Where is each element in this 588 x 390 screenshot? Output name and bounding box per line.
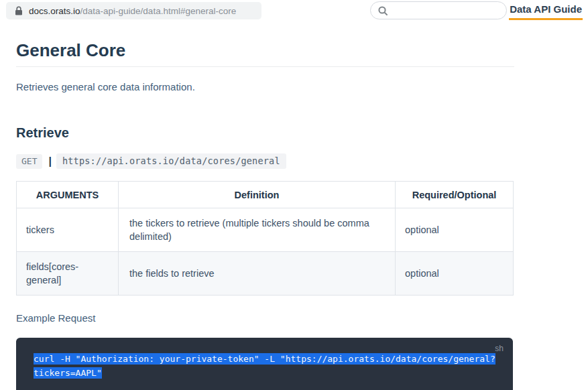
nav-link-data-api-guide[interactable]: Data API Guide bbox=[509, 3, 583, 20]
column-header-required-optional: Required/Optional bbox=[396, 182, 514, 208]
selected-code-line-2: tickers=AAPL" bbox=[34, 367, 102, 379]
cell-definition: the fields to retrieve bbox=[119, 252, 396, 296]
table-row: tickers the tickers to retrieve (multipl… bbox=[17, 208, 514, 252]
cell-definition: the tickers to retrieve (multiple ticker… bbox=[119, 208, 396, 252]
main-content: General Core Retrieves general core data… bbox=[16, 40, 513, 390]
url-path: /data-api-guide/data.html#general-core bbox=[80, 6, 237, 16]
example-request-label: Example Request bbox=[16, 312, 513, 324]
cell-argument: tickers bbox=[17, 208, 119, 252]
column-header-definition: Definition bbox=[119, 182, 396, 208]
page-title: General Core bbox=[16, 40, 513, 60]
cell-required: optional bbox=[396, 208, 514, 252]
lock-icon bbox=[15, 6, 23, 15]
title-divider bbox=[16, 66, 514, 67]
column-header-arguments: ARGUMENTS bbox=[17, 182, 119, 208]
code-content[interactable]: curl -H "Authorization: your-private-tok… bbox=[34, 352, 502, 380]
search-icon bbox=[377, 5, 388, 16]
arguments-table: ARGUMENTS Definition Required/Optional t… bbox=[16, 181, 514, 296]
section-title-retrieve: Retrieve bbox=[16, 125, 513, 141]
address-bar[interactable]: docs.orats.io/data-api-guide/data.html#g… bbox=[6, 2, 261, 19]
http-method-badge: GET bbox=[16, 154, 42, 169]
endpoint-separator: | bbox=[48, 155, 51, 168]
url-domain: docs.orats.io bbox=[29, 6, 80, 16]
search-input[interactable] bbox=[393, 5, 499, 16]
search-box[interactable] bbox=[370, 1, 507, 19]
cell-argument: fields[cores-general] bbox=[17, 252, 119, 296]
table-row: fields[cores-general] the fields to retr… bbox=[17, 252, 514, 296]
selected-code-line-1: curl -H "Authorization: your-private-tok… bbox=[34, 353, 495, 365]
table-header-row: ARGUMENTS Definition Required/Optional bbox=[17, 182, 514, 208]
page-description: Retrieves general core data information. bbox=[16, 81, 513, 92]
endpoint-row: GET | https://api.orats.io/data/cores/ge… bbox=[16, 153, 513, 169]
url-text: docs.orats.io/data-api-guide/data.html#g… bbox=[29, 6, 236, 16]
endpoint-url: https://api.orats.io/data/cores/general bbox=[56, 153, 286, 169]
code-block[interactable]: sh curl -H "Authorization: your-private-… bbox=[16, 338, 513, 390]
cell-required: optional bbox=[396, 252, 514, 296]
code-language-label: sh bbox=[495, 344, 504, 353]
browser-topbar: docs.orats.io/data-api-guide/data.html#g… bbox=[0, 0, 588, 25]
